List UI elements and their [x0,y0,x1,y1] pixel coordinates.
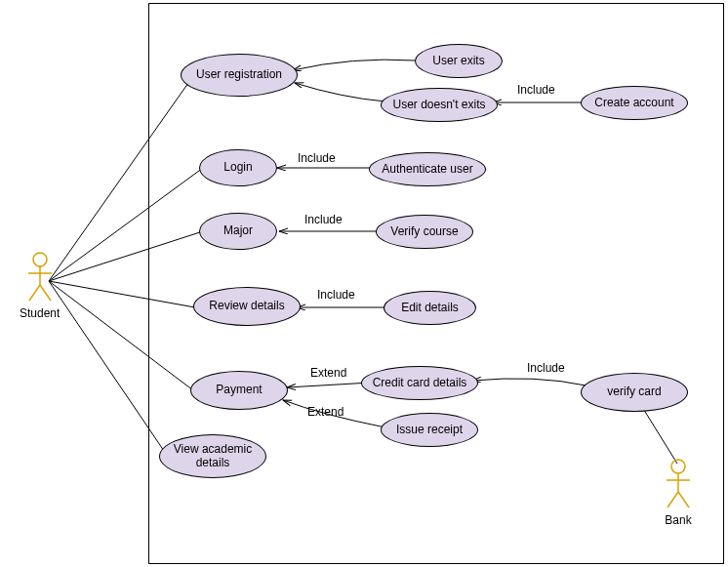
label-include-authenticate: Include [298,151,336,165]
label-include-verify-course: Include [304,213,343,226]
uc-user-doesnt-exits: User doesn't exits [381,88,498,122]
actor-student-label: Student [20,306,60,320]
actor-bank: Bank [664,459,693,527]
uc-authenticate-user: Authenticate user [369,152,486,186]
svg-point-12 [33,253,47,266]
actor-bank-label: Bank [665,513,691,527]
label-extend-issue-receipt: Extend [307,405,344,419]
svg-line-5 [49,281,164,451]
uc-review-details: Review details [193,287,301,326]
svg-line-21 [678,492,689,507]
uc-credit-card-details: Credit card details [361,366,478,400]
uc-verify-course: Verify course [376,215,473,249]
uc-major: Major [199,213,277,250]
svg-line-20 [667,492,678,507]
label-include-edit-details: Include [317,288,355,302]
svg-point-17 [671,460,685,473]
svg-line-15 [29,285,40,301]
uc-issue-receipt: Issue receipt [381,413,478,447]
uc-view-academic-details: View academic details [159,434,266,478]
actor-icon [664,459,693,509]
actor-student: Student [20,252,60,320]
uc-login: Login [199,149,277,186]
uc-create-account: Create account [581,86,688,120]
diagram-canvas: Student Bank User registration User exit… [0,0,728,567]
uc-user-registration: User registration [181,54,298,97]
uc-user-exits: User exits [415,44,503,78]
actor-icon [25,252,55,303]
label-include-create-account: Include [517,83,555,97]
label-extend-credit-card: Extend [310,366,346,380]
uc-payment: Payment [190,371,288,410]
svg-line-16 [40,285,51,301]
uc-edit-details: Edit details [384,291,476,325]
label-include-verify-card: Include [527,361,565,375]
uc-verify-card: verify card [581,373,688,412]
